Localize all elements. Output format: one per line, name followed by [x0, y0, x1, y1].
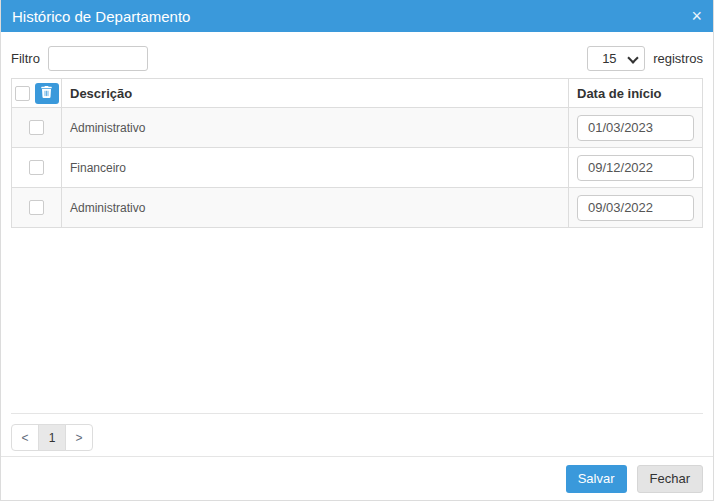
row-start-date-cell — [569, 188, 703, 228]
start-date-input[interactable] — [577, 155, 694, 181]
row-select-cell — [12, 148, 62, 188]
column-header-description[interactable]: Descrição — [62, 79, 569, 108]
toolbar: Filtro 15 registros — [11, 46, 703, 71]
filter-group: Filtro — [11, 46, 148, 71]
row-checkbox[interactable] — [29, 200, 44, 215]
start-date-input[interactable] — [577, 115, 694, 141]
close-button[interactable]: Fechar — [637, 465, 703, 493]
row-checkbox[interactable] — [29, 120, 44, 135]
dialog-header: Histórico de Departamento × — [1, 0, 713, 32]
row-start-date-cell — [569, 108, 703, 148]
page-size-select[interactable]: 15 — [587, 46, 645, 71]
pagination: < 1 > — [11, 424, 703, 451]
table-header-row: Descrição Data de início — [12, 79, 703, 108]
select-all-checkbox[interactable] — [15, 86, 30, 101]
page-size-group: 15 registros — [587, 46, 703, 71]
pagination-page-1-button[interactable]: 1 — [38, 424, 66, 451]
dialog-body: Filtro 15 registros — [1, 32, 713, 456]
table-row: Administrativo — [12, 108, 703, 148]
close-icon[interactable]: × — [691, 7, 702, 25]
filter-label: Filtro — [11, 51, 40, 66]
dialog-footer: Salvar Fechar — [1, 456, 713, 500]
department-history-dialog: Histórico de Departamento × Filtro 15 re… — [0, 0, 714, 501]
pagination-prev-button[interactable]: < — [11, 424, 39, 451]
row-description: Administrativo — [62, 108, 569, 148]
row-checkbox[interactable] — [29, 160, 44, 175]
empty-space — [11, 228, 703, 413]
row-select-cell — [12, 188, 62, 228]
row-description: Administrativo — [62, 188, 569, 228]
department-history-table: Descrição Data de início Administrativo — [11, 78, 703, 228]
dialog-title: Histórico de Departamento — [12, 8, 190, 25]
header-select-cell — [12, 79, 62, 108]
row-select-cell — [12, 108, 62, 148]
row-start-date-cell — [569, 148, 703, 188]
pagination-divider — [11, 413, 703, 414]
start-date-input[interactable] — [577, 195, 694, 221]
row-description: Financeiro — [62, 148, 569, 188]
filter-input[interactable] — [48, 46, 148, 71]
table-row: Financeiro — [12, 148, 703, 188]
page-size-suffix-label: registros — [653, 51, 703, 66]
column-header-start-date[interactable]: Data de início — [569, 79, 703, 108]
trash-icon — [41, 86, 52, 101]
page-size-select-wrap: 15 — [587, 46, 645, 71]
pagination-next-button[interactable]: > — [65, 424, 93, 451]
save-button[interactable]: Salvar — [566, 465, 627, 493]
delete-selected-button[interactable] — [35, 83, 59, 104]
table-row: Administrativo — [12, 188, 703, 228]
